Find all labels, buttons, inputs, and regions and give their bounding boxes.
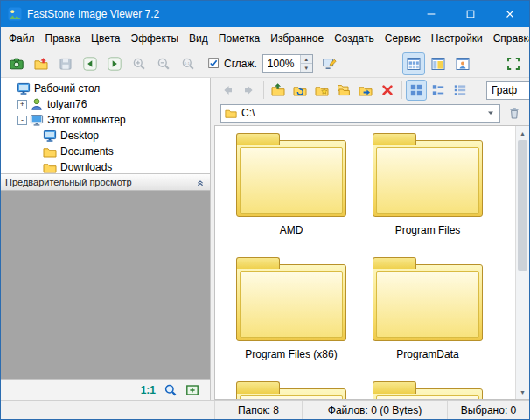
folder-copy-icon [337,83,351,97]
window-controls [411,1,529,27]
tree-item-Рабочий стол[interactable]: Рабочий стол [1,80,210,96]
delete-button[interactable] [377,80,398,101]
dropdown-arrow-icon[interactable] [485,108,496,118]
folder-tile-label: AMD [280,224,303,236]
previous-image-button[interactable] [79,52,101,75]
tree-item-Этот компьютер[interactable]: -Этот компьютер [1,112,210,128]
computer-icon [30,113,44,127]
menu-item-Справка[interactable]: Справка [488,29,530,48]
menu-item-Файл[interactable]: Файл [3,29,40,48]
menu-item-Сервис[interactable]: Сервис [380,29,426,48]
desktop-icon [43,129,57,143]
zoom-actual-button[interactable]: 1:1 [177,52,199,75]
menu-item-Эффекты[interactable]: Эффекты [126,29,185,48]
tree-item-label: Documents [60,145,114,158]
smooth-checkbox[interactable]: Сглаж. [208,58,257,70]
viewer-mode-button[interactable] [451,52,474,75]
zoom-out-button[interactable] [152,52,175,75]
close-button[interactable] [490,1,529,27]
menu-item-Цвета[interactable]: Цвета [86,29,125,48]
viewer-mode-icon [456,57,470,71]
right-panel: Граф C:\ AMDProgram FilesProgram Files (… [214,78,529,400]
menu-item-Избранное[interactable]: Избранное [265,29,329,48]
folder-tile-Program Files (x86)[interactable]: Program Files (x86) [226,256,357,374]
browser-toolbar: Граф [214,78,529,102]
zoom-value: 100% [263,55,300,72]
large-folder-icon [236,133,346,217]
move-to-folder-button[interactable] [355,80,376,101]
back-button[interactable] [217,80,238,101]
copy-to-folder-button[interactable] [333,80,354,101]
preview-controls: 1:1 [1,379,210,400]
tree-item-Desktop[interactable]: Desktop [1,128,210,144]
scroll-down-button[interactable]: ▼ [516,385,529,399]
address-folder-icon [225,107,237,119]
menu-item-Пометка[interactable]: Пометка [213,29,266,48]
large-folder-icon [373,257,483,341]
view-list-button[interactable] [428,80,449,101]
actual-size-icon[interactable] [164,383,178,397]
maximize-button[interactable] [450,1,490,27]
address-bar: C:\ [214,102,529,125]
open-folder-icon [34,57,48,71]
title-bar[interactable]: FastStone Image Viewer 7.2 [1,1,529,27]
zoom-in-button[interactable] [128,52,150,75]
fullscreen-button[interactable] [502,52,525,75]
folder-tile-AMD[interactable]: AMD [226,131,357,250]
scroll-up-button[interactable]: ▲ [516,126,529,140]
tree-item-label: tolyan76 [47,98,87,110]
view-details-button[interactable] [450,80,471,101]
minimize-icon [425,8,437,20]
svg-text:1:1: 1:1 [185,60,191,65]
forward-button[interactable] [239,80,260,101]
vertical-scrollbar[interactable]: ▲ ▼ [515,126,529,399]
folder-tile-partial[interactable] [362,380,493,399]
collapse-panel-icon[interactable] [195,177,206,187]
checkbox-checked-icon [208,58,220,70]
refresh-button[interactable] [289,80,310,101]
zoom-spin-up[interactable]: ▲ [301,55,312,64]
tree-item-Downloads[interactable]: Downloads [1,159,210,174]
folder-tile-Program Files[interactable]: Program Files [362,131,493,250]
menu-item-Вид[interactable]: Вид [184,29,213,48]
tree-item-Documents[interactable]: Documents [1,144,210,159]
tree-expander[interactable]: + [17,100,27,109]
menu-item-Правка[interactable]: Правка [40,29,87,48]
scroll-thumb[interactable] [518,140,527,271]
view-thumbnails-button[interactable] [406,80,427,101]
up-folder-button[interactable] [268,80,289,101]
menu-bar: ФайлПравкаЦветаЭффектыВидПометкаИзбранно… [1,27,529,50]
address-combo[interactable]: C:\ [220,104,500,122]
status-bar: Папок: 8 Файлов: 0 (0 Bytes) Выбрано: 0 [1,400,529,419]
folder-tile-ProgramData[interactable]: ProgramData [362,256,493,374]
file-type-filter[interactable]: Граф [486,81,529,100]
browse-mode-icon [407,57,421,71]
next-image-button[interactable] [103,52,126,75]
save-button[interactable] [54,52,77,75]
main-toolbar: 1:1 Сглаж. 100% ▲▼ [1,50,529,78]
acquire-button[interactable] [5,52,28,75]
browse-mode-button[interactable] [402,52,425,75]
folder-up-icon [271,83,285,97]
favorites-button[interactable] [311,80,332,101]
folder-tile-partial[interactable] [226,380,357,399]
windowed-mode-button[interactable] [427,52,450,75]
preview-panel-header: Предварительный просмотр [1,174,210,191]
zoom-spin-down[interactable]: ▼ [301,64,312,72]
main-area: Рабочий стол+tolyan76-Этот компьютерDesk… [1,78,529,400]
zoom-combo[interactable]: 100% ▲▼ [262,54,313,73]
menu-item-Создать[interactable]: Создать [329,29,380,48]
forward-arrow-icon [242,83,256,97]
fit-window-icon[interactable] [185,383,199,397]
preview-area [1,191,210,379]
status-files-count: Файлов: 0 (0 Bytes) [302,401,447,419]
save-icon [59,57,73,71]
tree-item-tolyan76[interactable]: +tolyan76 [1,96,210,112]
settings-button[interactable] [318,52,341,75]
clear-history-button[interactable] [505,103,524,122]
menu-item-Настройки[interactable]: Настройки [426,29,488,48]
minimize-button[interactable] [411,1,450,27]
open-folder-button[interactable] [30,52,52,75]
zoom-out-icon [157,57,171,71]
tree-expander[interactable]: - [17,116,27,125]
